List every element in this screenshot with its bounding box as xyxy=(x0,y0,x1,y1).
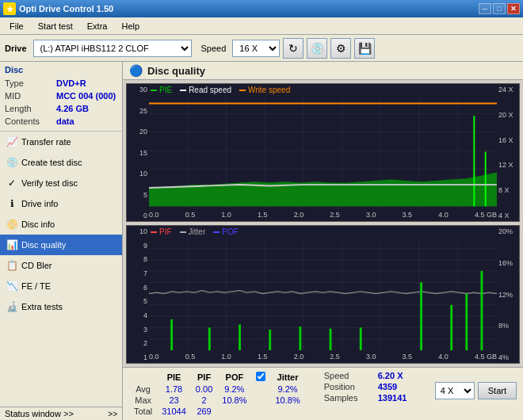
chart2-svg xyxy=(149,237,497,350)
legend-pof: POF xyxy=(222,227,239,236)
disc-quality-icon: 📊 xyxy=(6,239,17,250)
disc-length-row: Length 4.26 GB xyxy=(5,102,117,115)
disc-type-value: DVD+R xyxy=(56,77,86,90)
save-button[interactable]: 💾 xyxy=(354,38,375,59)
max-pof: 10.8% xyxy=(217,395,251,406)
speed-select[interactable]: 16 X xyxy=(232,40,280,57)
sidebar-item-disc-info[interactable]: 📀 Disc info xyxy=(0,214,122,235)
right-stats: Speed 6.20 X Position 4359 Samples 13914… xyxy=(324,371,407,403)
start-button[interactable]: Start xyxy=(478,382,517,399)
sidebar-item-label: Transfer rate xyxy=(21,137,71,147)
menu-file[interactable]: File xyxy=(3,20,30,32)
sidebar-item-disc-quality[interactable]: 📊 Disc quality xyxy=(0,235,122,255)
stat-row-max: Max 23 2 10.8% 10.8% xyxy=(129,395,305,406)
avg-pif: 0.00 xyxy=(191,384,217,395)
charts-container: 302520151050 24 X20 X16 X12 X8 X4 X 0.00… xyxy=(123,80,523,367)
col-header-pof: POF xyxy=(217,371,251,384)
disc-section-header: Disc xyxy=(5,65,117,74)
disc-contents-label: Contents xyxy=(5,115,56,128)
status-arrow-icon: >> xyxy=(108,410,117,418)
disc-contents-row: Contents data xyxy=(5,115,117,128)
disc-mid-row: MID MCC 004 (000) xyxy=(5,90,117,102)
stats-table: PIE PIF POF Jitter Avg 1.78 xyxy=(129,371,305,417)
minimize-button[interactable]: ─ xyxy=(479,3,491,14)
speed-label: Speed xyxy=(201,44,227,53)
refresh-button[interactable]: ↻ xyxy=(283,38,303,59)
disc-mid-label: MID xyxy=(5,90,56,102)
disc-info-icon: 📀 xyxy=(6,219,17,230)
menu-bar: File Start test Extra Help xyxy=(0,17,523,35)
chart2: 10987654321 20%16%12%8%4% 0.00.51.01.52.… xyxy=(126,225,520,364)
disc-type-row: Type DVD+R xyxy=(5,77,117,90)
sidebar-item-extra-tests[interactable]: 🔬 Extra tests xyxy=(0,296,122,317)
legend-write-speed: Write speed xyxy=(248,86,290,94)
stats-area: PIE PIF POF Jitter Avg 1.78 xyxy=(123,367,523,420)
close-button[interactable]: ✕ xyxy=(507,3,520,14)
max-pie: 23 xyxy=(157,395,191,406)
chart1-legend: PIE Read speed Write speed xyxy=(151,86,290,94)
speed-stat-label: Speed xyxy=(324,371,372,380)
verify-test-disc-icon: ✓ xyxy=(6,178,17,189)
sidebar-item-label: Disc info xyxy=(21,220,55,229)
app-title: Opti Drive Control 1.50 xyxy=(19,4,113,13)
transfer-rate-icon: 📈 xyxy=(6,136,17,147)
sidebar-item-label: Create test disc xyxy=(21,158,82,167)
avg-jitter: 9.2% xyxy=(270,384,304,395)
legend-jitter: Jitter xyxy=(189,227,206,236)
disc-button[interactable]: 💿 xyxy=(307,38,327,59)
content-header-icon: 🔵 xyxy=(129,64,143,77)
toolbar: Drive (L:) ATAPI iHBS112 2 CLOF Speed 16… xyxy=(0,35,523,62)
content-title: Disc quality xyxy=(147,65,205,77)
sidebar-item-drive-info[interactable]: ℹ Drive info xyxy=(0,193,122,214)
disc-mid-value: MCC 004 (000) xyxy=(56,90,116,102)
scan-speed-select[interactable]: 4 X 8 X 16 X xyxy=(435,382,475,399)
sidebar-item-verify-test-disc[interactable]: ✓ Verify test disc xyxy=(0,173,122,193)
disc-length-label: Length xyxy=(5,102,56,115)
max-label: Max xyxy=(129,395,157,406)
drive-info-icon: ℹ xyxy=(6,198,17,209)
speed-stat-value: 6.20 X xyxy=(378,371,403,380)
sidebar-item-create-test-disc[interactable]: 💿 Create test disc xyxy=(0,152,122,173)
sidebar-item-label: Disc quality xyxy=(21,240,66,250)
content-area: 🔵 Disc quality 302520151050 24 X20 X16 X… xyxy=(123,62,523,420)
col-header-pif: PIF xyxy=(191,371,217,384)
settings-button[interactable]: ⚙ xyxy=(330,38,351,59)
chart1-svg xyxy=(149,95,497,208)
col-header-blank xyxy=(129,371,157,384)
chart1-x-axis: 0.00.51.01.52.02.53.03.54.04.5 GB xyxy=(149,208,497,221)
max-jitter: 10.8% xyxy=(270,395,304,406)
col-header-jitter: Jitter xyxy=(270,371,304,384)
disc-type-label: Type xyxy=(5,77,56,90)
sidebar-item-cd-bler[interactable]: 📋 CD Bler xyxy=(0,255,122,276)
extra-tests-icon: 🔬 xyxy=(6,301,17,312)
sidebar-item-label: Verify test disc xyxy=(21,178,78,188)
chart2-y-right: 20%16%12%8%4% xyxy=(497,226,519,363)
stat-row-total: Total 31044 269 xyxy=(129,406,305,417)
jitter-checkbox[interactable] xyxy=(256,372,265,381)
menu-help[interactable]: Help xyxy=(115,20,146,32)
total-pof xyxy=(217,406,251,417)
menu-extra[interactable]: Extra xyxy=(81,20,114,32)
disc-length-value: 4.26 GB xyxy=(56,102,89,115)
sidebar-item-label: CD Bler xyxy=(21,261,52,270)
disc-info-section: Disc Type DVD+R MID MCC 004 (000) Length… xyxy=(0,62,122,132)
menu-start-test[interactable]: Start test xyxy=(32,20,79,32)
total-pie: 31044 xyxy=(157,406,191,417)
create-test-disc-icon: 💿 xyxy=(6,157,17,168)
col-header-jitter-check xyxy=(251,371,270,384)
legend-pif: PIF xyxy=(159,227,172,236)
content-header: 🔵 Disc quality xyxy=(123,62,523,80)
position-stat-label: Position xyxy=(324,382,372,391)
sidebar-item-transfer-rate[interactable]: 📈 Transfer rate xyxy=(0,132,122,152)
status-window-button[interactable]: Status window >> >> xyxy=(0,407,122,420)
chart1: 302520151050 24 X20 X16 X12 X8 X4 X 0.00… xyxy=(126,83,520,222)
legend-pie: PIE xyxy=(159,86,172,94)
maximize-button[interactable]: □ xyxy=(493,3,506,14)
total-label: Total xyxy=(129,406,157,417)
avg-label: Avg xyxy=(129,384,157,395)
sidebar-item-fe-te[interactable]: 📉 FE / TE xyxy=(0,276,122,296)
drive-select[interactable]: (L:) ATAPI iHBS112 2 CLOF xyxy=(33,40,192,57)
avg-pof: 9.2% xyxy=(217,384,251,395)
svg-marker-13 xyxy=(149,173,497,207)
chart2-x-axis: 0.00.51.01.52.02.53.03.54.04.5 GB xyxy=(149,350,497,363)
